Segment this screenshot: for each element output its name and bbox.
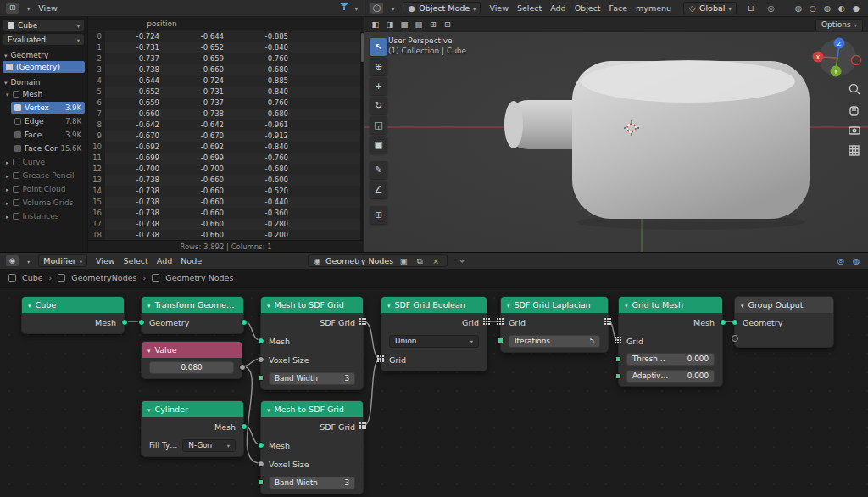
pivot-point-icon[interactable] (765, 3, 777, 14)
table-row[interactable]: 8-0.642-0.642-0.961 (88, 120, 360, 131)
sidebar-item-face[interactable]: Face3.9K (11, 129, 85, 141)
orientation-selector[interactable]: Global (683, 2, 737, 14)
collapse-icon[interactable] (28, 300, 31, 310)
collapse-icon[interactable] (267, 405, 270, 414)
node-mesh-to-sdf-grid-2[interactable]: Mesh to SDF Grid SDF Grid Mesh Voxel Siz… (260, 400, 364, 494)
collapse-icon[interactable] (741, 300, 744, 310)
node-menu-node[interactable]: Node (181, 256, 202, 265)
transform-toggle-icon[interactable] (427, 19, 439, 31)
output-socket-mesh[interactable] (121, 319, 128, 326)
node-group-output[interactable]: Group Output Geometry (734, 296, 834, 348)
node-menu-view[interactable]: View (96, 256, 115, 265)
select-box-icon[interactable] (384, 19, 396, 31)
value-field[interactable]: 0.080 (149, 361, 234, 374)
snap-toggle-icon[interactable] (442, 19, 453, 31)
spreadsheet-menu-view[interactable]: View (38, 3, 58, 13)
input-socket-grid[interactable] (377, 355, 385, 363)
table-row[interactable]: 9-0.670-0.670-0.912 (88, 131, 360, 142)
sidebar-item-face-corner[interactable]: Face Corner15.6K (11, 142, 85, 154)
select-lasso-icon[interactable] (413, 19, 425, 31)
node-tree-type-selector[interactable]: Modifier (38, 254, 87, 267)
output-socket-sdf-grid[interactable] (359, 422, 367, 430)
viewport-menu-view[interactable]: View (489, 3, 509, 13)
output-socket-grid[interactable] (483, 318, 491, 326)
filter-toggle-icon[interactable] (338, 3, 350, 14)
breadcrumb-modifier[interactable]: GeometryNodes (71, 273, 136, 282)
node-tree-name-field[interactable]: Geometry Nodes (308, 254, 448, 267)
input-socket-voxel-size[interactable] (258, 461, 264, 467)
output-socket-grid[interactable] (604, 318, 612, 326)
input-socket-band-width[interactable] (258, 375, 264, 381)
collapse-icon[interactable] (147, 345, 151, 355)
node-cylinder-header[interactable]: Cylinder (142, 401, 243, 417)
node-transform-geometry[interactable]: Transform Geome… Geometry (141, 296, 244, 334)
input-socket-threshold[interactable] (615, 356, 621, 362)
collapse-icon[interactable] (147, 300, 151, 310)
node-sdf-grid-boolean[interactable]: SDF Grid Boolean Grid Union Grid (381, 296, 487, 371)
fake-user-icon[interactable] (398, 255, 409, 267)
node-grid-to-mesh[interactable]: Grid to Mesh Mesh Grid Thresh…0.000 Adap… (618, 296, 723, 387)
node-cube-header[interactable]: Cube (22, 297, 124, 313)
measure-tool-button[interactable] (370, 181, 387, 198)
output-socket-mesh[interactable] (720, 319, 726, 326)
table-row[interactable]: 13-0.738-0.660-0.600 (88, 175, 360, 186)
viewport-menu-face[interactable]: Face (609, 3, 627, 13)
node-editor-type-icon[interactable] (6, 255, 19, 266)
editor-type-chevron-icon[interactable] (27, 256, 30, 265)
viewport-menu-object[interactable]: Object (575, 3, 601, 13)
pin-icon[interactable] (456, 255, 468, 267)
viewport-menu-add[interactable]: Add (550, 3, 565, 13)
table-row[interactable]: 2-0.737-0.659-0.760 (88, 53, 360, 64)
table-row[interactable]: 11-0.699-0.699-0.760 (88, 153, 360, 164)
select-tool-button[interactable] (370, 38, 387, 56)
operation-dropdown[interactable]: Union (389, 335, 479, 348)
input-socket-voxel-size[interactable] (258, 356, 264, 363)
node-group-output-header[interactable]: Group Output (735, 297, 833, 313)
collapse-icon[interactable] (625, 300, 628, 310)
node-sdf-grid-laplacian[interactable]: SDF Grid Laplacian Grid Iterations5 (500, 296, 609, 353)
node-grid-to-mesh-header[interactable]: Grid to Mesh (619, 297, 722, 313)
breadcrumb-object[interactable]: Cube (22, 273, 43, 282)
node-transform-header[interactable]: Transform Geome… (142, 297, 243, 313)
breadcrumb-tree[interactable]: Geometry Nodes (165, 273, 233, 282)
transform-tool-button[interactable] (370, 136, 387, 154)
fill-type-dropdown[interactable]: N-Gon (182, 439, 236, 452)
table-row[interactable]: 1-0.731-0.652-0.840 (88, 42, 360, 53)
node-value[interactable]: Value 0.080 (141, 341, 242, 379)
table-row[interactable]: 16-0.738-0.660-0.360 (88, 208, 360, 219)
input-socket-grid[interactable] (497, 318, 504, 326)
table-row[interactable]: 18-0.738-0.660-0.200 (88, 230, 360, 240)
node-sdf-boolean-header[interactable]: SDF Grid Boolean (381, 297, 487, 313)
move-tool-button[interactable] (370, 77, 387, 95)
table-row[interactable]: 5-0.652-0.731-0.840 (88, 87, 360, 98)
input-socket-grid[interactable] (615, 337, 622, 344)
collapse-icon[interactable] (387, 300, 391, 310)
viewport-editor-type-icon[interactable] (370, 3, 383, 14)
tweak-mode-icon[interactable] (370, 19, 381, 31)
shading-rendered-icon[interactable] (850, 3, 862, 14)
node-menu-select[interactable]: Select (124, 256, 148, 265)
sidebar-item-grease-pencil[interactable]: Grease Pencil (3, 170, 85, 181)
table-row[interactable]: 12-0.700-0.700-0.680 (88, 164, 360, 175)
input-socket-geometry[interactable] (732, 319, 738, 326)
add-cube-tool-button[interactable] (370, 206, 387, 224)
snap-magnet-icon[interactable] (745, 3, 757, 14)
iterations-field[interactable]: Iterations5 (509, 335, 600, 348)
input-socket-mesh[interactable] (258, 338, 264, 344)
adaptivity-field[interactable]: Adaptiv…0.000 (626, 370, 715, 383)
node-value-header[interactable]: Value (142, 342, 242, 358)
node-menu-add[interactable]: Add (157, 256, 172, 265)
viewport-menu-select[interactable]: Select (517, 3, 542, 13)
output-socket-mesh[interactable] (241, 423, 248, 430)
input-socket-mesh[interactable] (258, 442, 264, 449)
sidebar-item-volume-grids[interactable]: Volume Grids (3, 197, 85, 209)
collapse-icon[interactable] (147, 405, 151, 414)
scrollbar-thumb[interactable] (361, 33, 364, 62)
collapse-icon[interactable] (507, 300, 510, 310)
threshold-field[interactable]: Thresh…0.000 (626, 353, 715, 366)
unlink-icon[interactable] (430, 255, 442, 267)
node-mesh-to-sdf-header[interactable]: Mesh to SDF Grid (261, 297, 363, 313)
spreadsheet-scrollbar[interactable] (360, 31, 364, 240)
shading-solid-icon[interactable] (821, 3, 833, 14)
node-mesh-to-sdf-header[interactable]: Mesh to SDF Grid (261, 401, 363, 417)
